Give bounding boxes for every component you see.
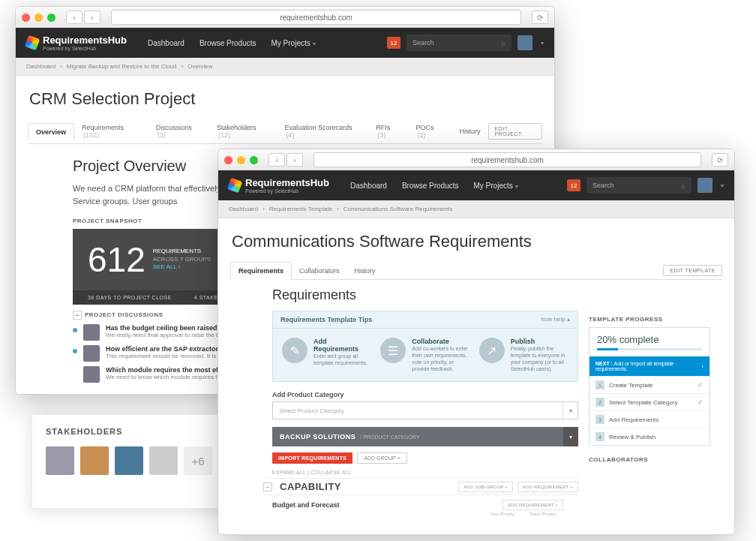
users-icon: ☰ bbox=[380, 338, 406, 363]
content: Communications Software Requirements Req… bbox=[218, 218, 734, 534]
requirements-heading: Requirements bbox=[272, 287, 578, 303]
avatar[interactable] bbox=[46, 446, 74, 475]
refresh-button[interactable]: ⟳ bbox=[712, 153, 728, 167]
tab-scorecards[interactable]: Evaluation Scorecards (4) bbox=[277, 119, 368, 143]
search-input[interactable]: Search⌕ bbox=[586, 177, 692, 194]
maximize-icon[interactable] bbox=[47, 14, 56, 22]
unread-dot-icon bbox=[73, 349, 77, 353]
brand-sub: Powered by SelectHub bbox=[245, 188, 329, 194]
back-button[interactable]: ‹ bbox=[66, 11, 82, 24]
add-requirement-button[interactable]: ADD REQUIREMENT + bbox=[502, 500, 563, 510]
sidebar: TEMPLATE PROGRESS 20% complete NEXT : Ad… bbox=[589, 287, 710, 516]
nav-dashboard[interactable]: Dashboard bbox=[350, 182, 387, 190]
add-group-button[interactable]: ADD GROUP + bbox=[357, 452, 406, 464]
nav-myprojects[interactable]: My Projects▾ bbox=[473, 182, 518, 190]
avatar[interactable] bbox=[698, 178, 712, 193]
tips-panel: Requirements Template Tips hide help ▴ ✎… bbox=[272, 311, 578, 382]
tab-pocs[interactable]: POCs (2) bbox=[408, 119, 452, 143]
chevron-down-icon: ▾ bbox=[563, 427, 578, 446]
unread-dot-icon bbox=[73, 328, 77, 332]
refresh-button[interactable]: ⟳ bbox=[532, 11, 548, 24]
collapse-toggle[interactable]: − bbox=[263, 482, 272, 491]
edit-template-button[interactable]: EDIT TEMPLATE bbox=[663, 265, 722, 276]
avatar bbox=[83, 366, 100, 383]
step-item[interactable]: 4Review & Publish bbox=[590, 428, 710, 445]
forward-button[interactable]: › bbox=[286, 153, 303, 167]
overview-title: Project Overview bbox=[73, 158, 186, 175]
back-button[interactable]: ‹ bbox=[268, 153, 285, 167]
nav-browse[interactable]: Browse Products bbox=[402, 182, 459, 190]
category-select[interactable]: Select Product Category▾ bbox=[272, 401, 578, 419]
tab-history[interactable]: History bbox=[347, 263, 383, 279]
progress-box: 20% complete NEXT : Add or import all te… bbox=[589, 327, 710, 446]
maximize-icon[interactable] bbox=[250, 156, 258, 164]
tabs: Overview Requirements (142) Discussions … bbox=[28, 119, 542, 144]
see-all-link[interactable]: SEE ALL › bbox=[153, 263, 211, 271]
page-title: CRM Selection Project bbox=[29, 89, 542, 109]
avatar[interactable] bbox=[518, 35, 532, 50]
requirements-main: Requirements Requirements Template Tips … bbox=[242, 287, 589, 516]
nav-myprojects[interactable]: My Projects▾ bbox=[271, 39, 315, 47]
progress-percent: 20% complete bbox=[590, 328, 710, 348]
forward-button[interactable]: › bbox=[84, 11, 100, 24]
brand-name: RequirementsHub bbox=[245, 177, 329, 188]
category-bar[interactable]: BACKUP SOLUTIONS / PRODUCT CATEGORY ▾ bbox=[272, 427, 578, 446]
add-requirement-button[interactable]: ADD REQUIREMENT + bbox=[518, 482, 578, 492]
tab-collaborators[interactable]: Collaborators bbox=[292, 263, 347, 279]
more-stakeholders[interactable]: +6 bbox=[184, 446, 212, 475]
url-bar[interactable]: requirementshub.com bbox=[314, 152, 701, 167]
notification-badge[interactable]: 12 bbox=[387, 37, 400, 49]
step-item[interactable]: 3Add Requirements bbox=[590, 410, 710, 428]
add-subgroup-button[interactable]: ADD SUB-GROUP + bbox=[458, 482, 513, 492]
avatar[interactable] bbox=[149, 446, 178, 475]
search-icon: ⌕ bbox=[681, 182, 686, 190]
chevron-down-icon[interactable]: ▾ bbox=[541, 40, 544, 47]
avatar bbox=[83, 345, 100, 362]
tip-publish: ↗ PublishFinally, publish the template t… bbox=[479, 338, 568, 372]
edit-project-button[interactable]: EDIT PROJECT bbox=[488, 123, 542, 140]
search-input[interactable]: Search⌕ bbox=[406, 35, 512, 51]
close-icon[interactable] bbox=[224, 156, 232, 164]
minimize-icon[interactable] bbox=[34, 14, 43, 22]
close-icon[interactable] bbox=[22, 14, 30, 22]
tab-history[interactable]: History bbox=[452, 123, 488, 140]
notification-badge[interactable]: 12 bbox=[567, 179, 580, 191]
collapse-toggle[interactable]: − bbox=[73, 311, 82, 320]
crumb-item: Communications Software Requirements bbox=[344, 206, 452, 212]
crumb-item: Overview bbox=[188, 63, 212, 70]
step-item[interactable]: 1Create Template✓ bbox=[590, 376, 710, 393]
crumb-item[interactable]: Requirements Template bbox=[269, 206, 332, 212]
tab-requirements[interactable]: Requirements (142) bbox=[74, 119, 148, 143]
tab-overview[interactable]: Overview bbox=[28, 123, 74, 141]
logo-icon bbox=[227, 178, 243, 194]
capability-title: CAPABILITY bbox=[280, 481, 454, 492]
brand-name: RequirementsHub bbox=[43, 35, 127, 46]
chevron-down-icon: ▾ bbox=[562, 402, 578, 419]
chevron-down-icon[interactable]: ▾ bbox=[721, 182, 724, 189]
tab-rfis[interactable]: RFIs (3) bbox=[368, 119, 408, 143]
progress-title: TEMPLATE PROGRESS bbox=[589, 316, 710, 323]
search-icon: ⌕ bbox=[501, 39, 506, 47]
nav-dashboard[interactable]: Dashboard bbox=[148, 39, 184, 47]
import-requirements-button[interactable]: IMPORT REQUIREMENTS bbox=[272, 452, 352, 464]
nav-browse[interactable]: Browse Products bbox=[200, 39, 256, 47]
tab-discussions[interactable]: Discussions (3) bbox=[148, 119, 209, 143]
next-step[interactable]: NEXT : Add or import all template requir… bbox=[590, 356, 710, 376]
crumb-item[interactable]: Migrate Backup and Restore to the Cloud bbox=[67, 63, 177, 70]
tab-requirements[interactable]: Requirements bbox=[230, 262, 292, 280]
logo[interactable]: RequirementsHub Powered by SelectHub bbox=[26, 35, 127, 51]
chevron-down-icon: ▾ bbox=[313, 41, 316, 47]
minimize-icon[interactable] bbox=[237, 156, 245, 164]
crumb-item[interactable]: Dashboard bbox=[229, 206, 258, 212]
crumb-item[interactable]: Dashboard bbox=[26, 63, 56, 70]
url-bar[interactable]: requirementshub.com bbox=[111, 10, 521, 25]
step-item[interactable]: 2Select Template Category✓ bbox=[590, 393, 710, 410]
expand-collapse[interactable]: EXPAND ALL | COLLAPSE ALL bbox=[272, 470, 578, 475]
logo[interactable]: RequirementsHub Powered by SelectHub bbox=[229, 177, 329, 194]
tab-stakeholders[interactable]: Stakeholders (12) bbox=[209, 119, 277, 143]
chevron-right-icon: › bbox=[702, 364, 704, 369]
hide-help-toggle[interactable]: hide help ▴ bbox=[541, 316, 570, 323]
avatar[interactable] bbox=[80, 446, 109, 475]
category-label: Add Product Category bbox=[272, 391, 578, 398]
avatar[interactable] bbox=[115, 446, 143, 475]
